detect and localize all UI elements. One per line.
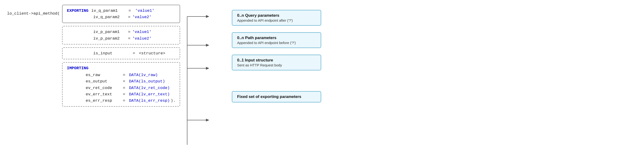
box4-line4: ev_err_text = DATA(lv_err_text) — [86, 91, 176, 97]
box-path-params: iv_p_param1 = 'value1' iv_p_param2 = 'va… — [62, 26, 180, 44]
ev-err-text-var: ev_err_text — [86, 91, 121, 97]
diagram-wrapper: lo_client->api_method( EXPORTING iv_q_pa… — [7, 5, 637, 151]
box4-line1: es_raw = DATA(lv_raw) — [86, 72, 176, 78]
box-query-params: EXPORTING iv_q_param1 = 'value1' iv_q_pa… — [62, 5, 180, 23]
box4-line5: es_err_resp = DATA(ls_err_resp) ). — [86, 97, 176, 104]
box1-keyword-line: EXPORTING iv_q_param1 = 'value1' — [67, 8, 176, 14]
es-output-val: DATA(ls_output) — [129, 78, 165, 85]
box2-line1: iv_p_param1 = 'value1' — [93, 29, 176, 35]
info-box-exporting-title: Fixed set of exporting parameters — [237, 94, 316, 99]
importing-keyword-line: IMPORTING — [67, 65, 176, 71]
code-boxes-column: EXPORTING iv_q_param1 = 'value1' iv_q_pa… — [62, 5, 180, 107]
box4-line2: es_output = DATA(ls_output) — [86, 78, 176, 85]
iv-p-param1-val: 'value1' — [132, 29, 152, 35]
call-prefix: lo_client->api_method( — [7, 5, 61, 16]
ev-ret-code-var: ev_ret_code — [86, 85, 121, 91]
importing-keyword: IMPORTING — [67, 65, 88, 71]
eq8: = — [123, 85, 125, 91]
info-box-query-subtitle: Appended to API endpoint after ('?') — [237, 18, 316, 22]
iv-q-param1-var: iv_q_param1 — [91, 8, 124, 14]
ev-err-text-val: DATA(lv_err_text) — [129, 91, 170, 97]
eq9: = — [123, 91, 125, 97]
info-box-input-structure: 0..1 Input structure Sent as HTTP Reques… — [232, 55, 321, 70]
es-err-resp-var: es_err_resp — [86, 97, 121, 104]
importing-lines: es_raw = DATA(lv_raw) es_output = DATA(l… — [67, 72, 176, 104]
info-box-path-params: 0..n Path parameters Appended to API end… — [232, 32, 321, 48]
box1-line1: iv_q_param1 = 'value1' — [91, 8, 154, 14]
iv-q-param2-var: iv_q_param2 — [93, 14, 126, 20]
info-box-input-subtitle: Sent as HTTP Request body — [237, 63, 316, 67]
eq1: = — [128, 9, 131, 13]
info-box-query-params: 0..n Query parameters Appended to API en… — [232, 10, 321, 26]
svg-marker-7 — [206, 67, 209, 70]
eq7: = — [123, 78, 125, 85]
eq3: = — [128, 29, 130, 35]
exporting-keyword: EXPORTING — [67, 8, 88, 14]
info-boxes-column: 0..n Query parameters Appended to API en… — [232, 10, 321, 102]
eq4: = — [128, 35, 130, 42]
eq5: = — [132, 50, 135, 57]
info-box-path-subtitle: Appended to API endpoint before ('?') — [237, 41, 316, 45]
iv-q-param2-val: 'value2' — [132, 14, 152, 20]
eq2: = — [128, 14, 130, 20]
closing-paren: ). — [171, 97, 176, 104]
box3-line1: is_input = <structure> — [93, 50, 176, 57]
es-raw-val: DATA(lv_raw) — [129, 72, 158, 78]
es-err-resp-val: DATA(ls_err_resp) — [129, 97, 170, 104]
info-box-query-title: 0..n Query parameters — [237, 13, 316, 18]
info-box-exporting-params: Fixed set of exporting parameters — [232, 91, 321, 102]
iv-q-param1-val: 'value1' — [135, 9, 154, 13]
iv-p-param2-val: 'value2' — [132, 35, 152, 42]
es-output-var: es_output — [86, 78, 121, 85]
is-input-var: is_input — [93, 50, 131, 57]
box-input-structure: is_input = <structure> — [62, 47, 180, 59]
box2-line2: iv_p_param2 = 'value2' — [93, 35, 176, 42]
svg-marker-8 — [206, 119, 209, 121]
connector-svg — [180, 5, 227, 151]
info-box-input-title: 0..1 Input structure — [237, 58, 316, 63]
is-input-val: <structure> — [139, 50, 165, 57]
box-importing: IMPORTING es_raw = DATA(lv_raw) es_outpu… — [62, 62, 180, 107]
box4-line3: ev_ret_code = DATA(lv_ret_code) — [86, 85, 176, 91]
ev-ret-code-val: DATA(lv_ret_code) — [129, 85, 170, 91]
eq10: = — [123, 97, 125, 104]
iv-p-param2-var: iv_p_param2 — [93, 35, 126, 42]
info-box-path-title: 0..n Path parameters — [237, 36, 316, 40]
svg-marker-5 — [206, 15, 209, 18]
eq6: = — [123, 72, 125, 78]
es-raw-var: es_raw — [86, 72, 121, 78]
iv-p-param1-var: iv_p_param1 — [93, 29, 126, 35]
svg-marker-6 — [206, 44, 209, 47]
method-call-text: lo_client->api_method( — [7, 11, 60, 16]
box1-line2: iv_q_param2 = 'value2' — [67, 14, 176, 20]
